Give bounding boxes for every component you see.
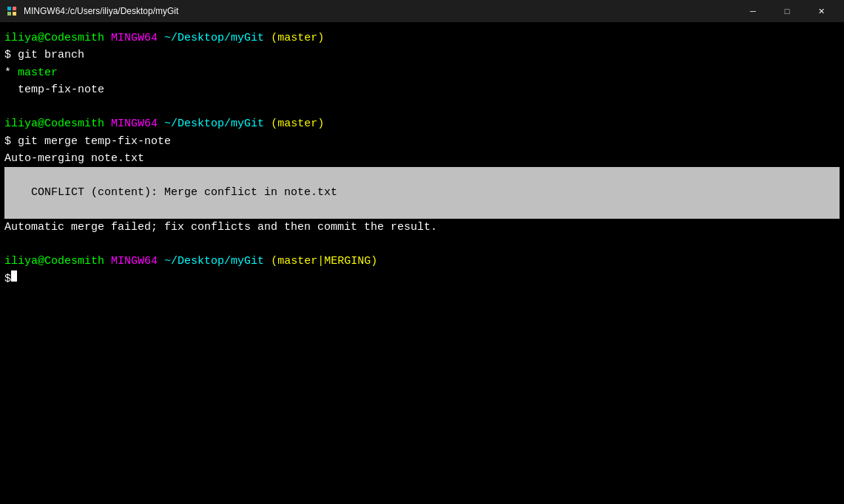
cmd-line-2: $ git merge temp-fix-note [4, 133, 840, 150]
prompt-line-3: iliya@Codesmith MINGW64 ~/Desktop/myGit … [4, 253, 840, 270]
close-button[interactable]: ✕ [804, 0, 838, 22]
prompt-path-3: ~/Desktop/myGit [164, 253, 264, 270]
final-prompt-line: $ [4, 270, 840, 287]
prompt-path-1: ~/Desktop/myGit [164, 30, 264, 47]
terminal-area[interactable]: iliya@Codesmith MINGW64 ~/Desktop/myGit … [0, 22, 844, 295]
minimize-button[interactable]: ─ [736, 0, 770, 22]
prompt-mingw-3: MINGW64 [111, 253, 158, 270]
svg-rect-0 [7, 7, 11, 10]
prompt-line-2: iliya@Codesmith MINGW64 ~/Desktop/myGit … [4, 115, 840, 132]
app-icon [6, 5, 18, 17]
prompt-user-3: iliya@Codesmith [4, 253, 104, 270]
window-title: MINGW64:/c/Users/iliya/Desktop/myGit [24, 6, 736, 16]
svg-rect-3 [13, 12, 16, 16]
svg-rect-1 [13, 7, 16, 10]
empty-line-2 [4, 236, 840, 253]
prompt-branch-1: (master) [271, 30, 324, 47]
prompt-mingw-1: MINGW64 [111, 30, 158, 47]
prompt-path-2: ~/Desktop/myGit [164, 115, 264, 132]
window-controls: ─ □ ✕ [736, 0, 838, 22]
branch-temp-line: temp-fix-note [4, 81, 840, 98]
master-branch-label: master [18, 64, 58, 81]
failed-line: Automatic merge failed; fix conflicts an… [4, 219, 840, 236]
titlebar: MINGW64:/c/Users/iliya/Desktop/myGit ─ □… [0, 0, 844, 22]
empty-line-1 [4, 98, 840, 115]
conflict-line: CONFLICT (content): Merge conflict in no… [4, 167, 840, 219]
prompt-branch-merging: (master|MERGING) [271, 253, 377, 270]
prompt-mingw-2: MINGW64 [111, 115, 158, 132]
prompt-branch-2: (master) [271, 115, 324, 132]
maximize-button[interactable]: □ [770, 0, 804, 22]
cursor [11, 270, 17, 282]
cmd-line-1: $ git branch [4, 47, 840, 64]
prompt-line-1: iliya@Codesmith MINGW64 ~/Desktop/myGit … [4, 30, 840, 47]
svg-rect-2 [7, 12, 11, 16]
automerge-line: Auto-merging note.txt [4, 150, 840, 167]
branch-master-line: * master [4, 64, 840, 81]
prompt-user-1: iliya@Codesmith [4, 30, 104, 47]
prompt-user-2: iliya@Codesmith [4, 115, 104, 132]
